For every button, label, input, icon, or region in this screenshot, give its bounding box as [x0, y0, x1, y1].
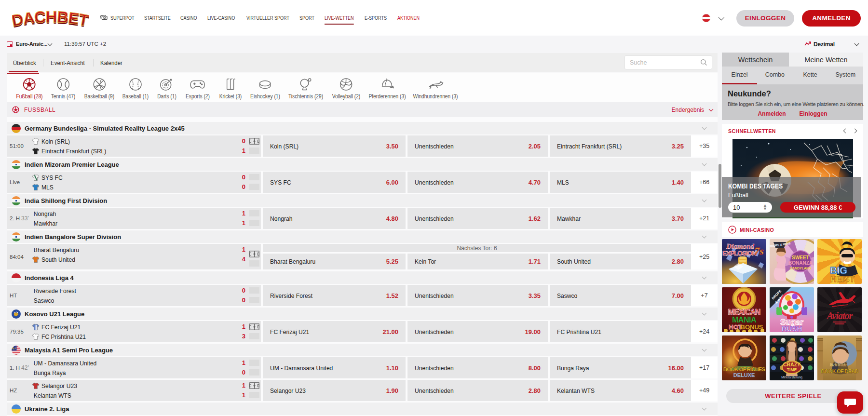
svg-text:Rich Wilde...: Rich Wilde...: [829, 363, 850, 367]
svg-text:Diamond: Diamond: [726, 242, 754, 250]
svg-text:CRAZY: CRAZY: [783, 362, 800, 367]
svg-text:HEIST: HEIST: [830, 275, 855, 284]
svg-text:BIG: BIG: [830, 265, 847, 276]
svg-text:SWEET: SWEET: [792, 255, 809, 260]
svg-text:7s: 7s: [754, 245, 764, 257]
svg-text:Aviator: Aviator: [826, 310, 853, 321]
svg-text:EXPLOSION: EXPLOSION: [722, 250, 756, 257]
svg-text:BOOK OF RICHES: BOOK OF RICHES: [723, 366, 766, 372]
svg-text:Minidarstellung: Minidarstellung: [781, 376, 802, 379]
svg-text:DELUXE: DELUXE: [733, 372, 755, 378]
svg-text:BOOK OF DEAD: BOOK OF DEAD: [821, 368, 858, 374]
svg-text:BONUS: BONUS: [741, 323, 763, 331]
svg-text:BONANZA: BONANZA: [788, 260, 813, 266]
svg-text:CANDYLAND: CANDYLAND: [790, 267, 811, 270]
svg-text:TIME: TIME: [787, 367, 797, 372]
svg-text:MEXICAN: MEXICAN: [728, 308, 760, 316]
svg-text:RUSH: RUSH: [782, 324, 802, 332]
svg-text:MANIA: MANIA: [732, 316, 757, 324]
